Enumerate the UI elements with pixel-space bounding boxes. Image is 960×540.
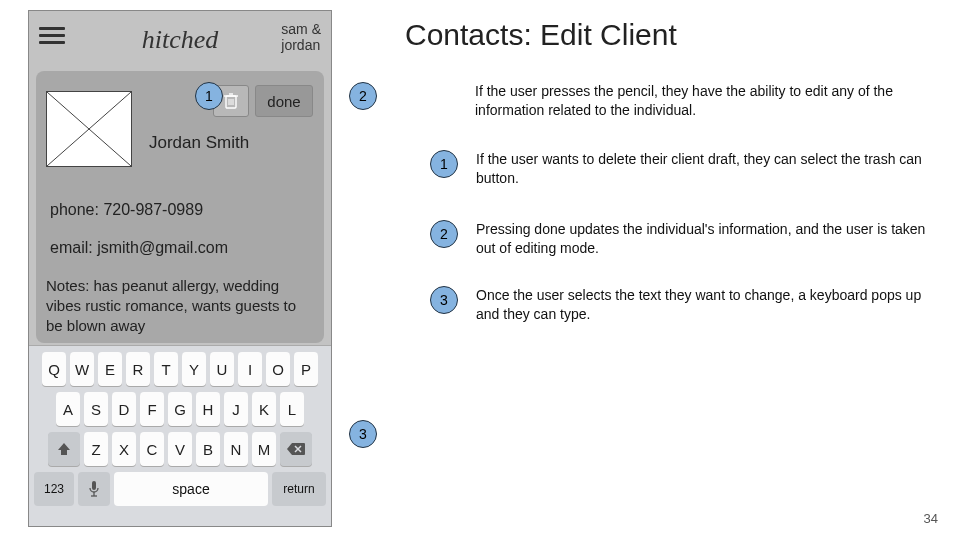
key-j[interactable]: J (224, 392, 248, 426)
bullet-3: 3 Once the user selects the text they wa… (430, 286, 940, 324)
notes-field[interactable]: Notes: has peanut allergy, wedding vibes… (46, 276, 314, 336)
slide: hitched sam & jordan done Jordan Smith p… (0, 0, 960, 540)
key-m[interactable]: M (252, 432, 276, 466)
couple-line1: sam & (281, 21, 321, 37)
client-name[interactable]: Jordan Smith (149, 133, 249, 153)
email-field[interactable]: email: jsmith@gmail.com (50, 239, 228, 257)
mic-icon (88, 480, 100, 498)
backspace-icon (286, 442, 306, 456)
key-d[interactable]: D (112, 392, 136, 426)
key-w[interactable]: W (70, 352, 94, 386)
key-n[interactable]: N (224, 432, 248, 466)
key-v[interactable]: V (168, 432, 192, 466)
key-b[interactable]: B (196, 432, 220, 466)
done-button[interactable]: done (255, 85, 313, 117)
bullet-num-3: 3 (430, 286, 458, 314)
phone-field[interactable]: phone: 720-987-0989 (50, 201, 203, 219)
keyboard-row-4: 123 space return (34, 472, 326, 506)
mic-key[interactable] (78, 472, 110, 506)
bullet-num-2: 2 (430, 220, 458, 248)
callout-pin-2: 2 (349, 82, 377, 110)
client-card: done Jordan Smith phone: 720-987-0989 em… (36, 71, 324, 343)
key-s[interactable]: S (84, 392, 108, 426)
key-t[interactable]: T (154, 352, 178, 386)
bullet-2: 2 Pressing done updates the individual's… (430, 220, 940, 258)
page-title: Contacts: Edit Client (405, 18, 677, 52)
callout-pin-1: 1 (195, 82, 223, 110)
key-u[interactable]: U (210, 352, 234, 386)
bullet-num-1: 1 (430, 150, 458, 178)
bullet-text-3: Once the user selects the text they want… (476, 286, 940, 324)
key-r[interactable]: R (126, 352, 150, 386)
page-number: 34 (924, 511, 938, 526)
svg-rect-10 (92, 481, 96, 490)
shift-icon (57, 442, 71, 456)
key-c[interactable]: C (140, 432, 164, 466)
numbers-key[interactable]: 123 (34, 472, 74, 506)
key-h[interactable]: H (196, 392, 220, 426)
couple-line2: jordan (281, 37, 321, 53)
key-x[interactable]: X (112, 432, 136, 466)
bullet-text-1: If the user wants to delete their client… (476, 150, 940, 188)
key-q[interactable]: Q (42, 352, 66, 386)
key-i[interactable]: I (238, 352, 262, 386)
key-g[interactable]: G (168, 392, 192, 426)
keyboard-row-1: QWERTYUIOP (29, 352, 331, 386)
space-key[interactable]: space (114, 472, 268, 506)
key-k[interactable]: K (252, 392, 276, 426)
bullet-text-2: Pressing done updates the individual's i… (476, 220, 940, 258)
bullet-1: 1 If the user wants to delete their clie… (430, 150, 940, 188)
key-f[interactable]: F (140, 392, 164, 426)
phone-mock: hitched sam & jordan done Jordan Smith p… (28, 10, 332, 527)
key-y[interactable]: Y (182, 352, 206, 386)
phone-header: hitched sam & jordan (29, 11, 331, 69)
key-e[interactable]: E (98, 352, 122, 386)
trash-icon (223, 92, 239, 110)
callout-pin-3: 3 (349, 420, 377, 448)
key-p[interactable]: P (294, 352, 318, 386)
keyboard-row-2: ASDFGHJKL (29, 392, 331, 426)
shift-key[interactable] (48, 432, 80, 466)
key-o[interactable]: O (266, 352, 290, 386)
photo-placeholder[interactable] (46, 91, 132, 167)
key-z[interactable]: Z (84, 432, 108, 466)
keyboard: QWERTYUIOP ASDFGHJKL ZXCVBNM 123 space r… (29, 345, 331, 526)
return-key[interactable]: return (272, 472, 326, 506)
key-l[interactable]: L (280, 392, 304, 426)
backspace-key[interactable] (280, 432, 312, 466)
keyboard-row-3: ZXCVBNM (29, 432, 331, 466)
intro-text: If the user presses the pencil, they hav… (475, 82, 930, 120)
couple-names: sam & jordan (281, 21, 321, 53)
key-a[interactable]: A (56, 392, 80, 426)
